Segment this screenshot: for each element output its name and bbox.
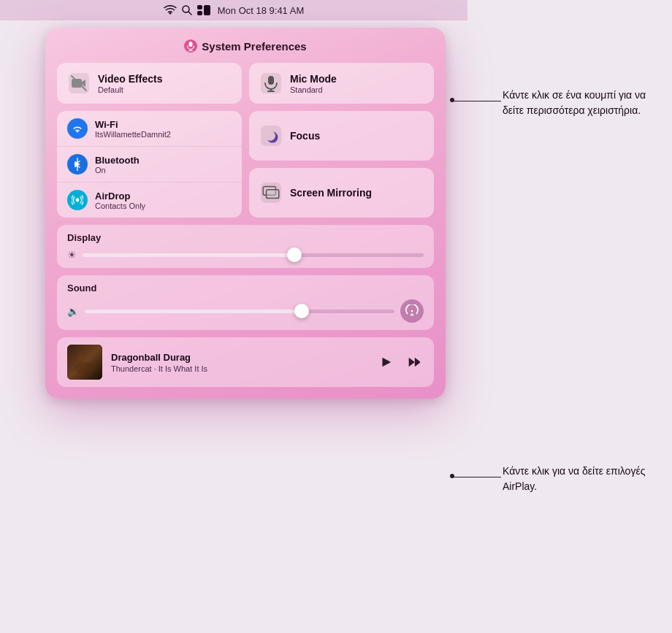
mic-mode-card[interactable]: Mic Mode Standard — [249, 63, 434, 104]
display-slider-fill — [83, 253, 294, 257]
media-controls — [375, 352, 424, 372]
sound-section: Sound 🔉 — [57, 275, 434, 330]
callout-2-line — [451, 477, 501, 477]
sound-slider-thumb[interactable] — [294, 304, 309, 318]
system-prefs-icon — [184, 39, 197, 53]
svg-point-22 — [411, 310, 413, 312]
album-art — [67, 345, 102, 380]
display-slider-row: ☀ — [67, 249, 424, 261]
svg-rect-3 — [197, 11, 202, 15]
video-effects-icon — [67, 72, 91, 95]
video-effects-label: Video Effects — [98, 73, 162, 85]
track-artist: Thundercat · It Is What It Is — [111, 364, 367, 373]
screen-mirroring-icon — [259, 181, 283, 204]
now-playing-text: Dragonball Durag Thundercat · It Is What… — [111, 352, 367, 373]
display-label: Display — [67, 232, 424, 243]
track-title: Dragonball Durag — [111, 352, 367, 363]
callout-1: Κάντε κλικ σε ένα κουμπί για να δείτε πε… — [503, 88, 649, 118]
callout-1-line — [451, 101, 501, 101]
svg-line-1 — [188, 12, 191, 15]
focus-label: Focus — [290, 130, 320, 142]
svg-rect-4 — [204, 5, 210, 15]
svg-point-17 — [76, 199, 80, 202]
menubar: Mon Oct 18 9:41 AM — [0, 0, 467, 20]
right-stack: Focus Screen Mirroring — [249, 111, 434, 218]
bluetooth-sub: On — [95, 166, 140, 174]
sound-label: Sound — [67, 283, 424, 294]
svg-rect-13 — [268, 76, 274, 85]
screen-mirroring-label: Screen Mirroring — [290, 187, 372, 199]
airdrop-icon — [67, 190, 88, 210]
airdrop-sub: Contacts Only — [95, 202, 145, 210]
control-center-panel: System Preferences Video Effects Default — [45, 28, 446, 399]
airdrop-label: AirDrop — [95, 191, 145, 202]
sound-slider[interactable] — [85, 310, 394, 313]
wifi-item[interactable]: Wi-Fi ItsWillametteDamnit2 — [57, 111, 242, 147]
connectivity-group: Wi-Fi ItsWillametteDamnit2 Bluetooth On — [57, 111, 242, 218]
wifi-label: Wi-Fi — [95, 119, 171, 130]
brightness-icon: ☀ — [67, 249, 77, 261]
top-row: Video Effects Default Mic Mode Standard — [57, 63, 434, 104]
control-center-icon[interactable] — [197, 5, 210, 15]
mid-row: Wi-Fi ItsWillametteDamnit2 Bluetooth On — [57, 111, 434, 218]
mic-mode-label: Mic Mode — [290, 73, 337, 85]
bluetooth-item[interactable]: Bluetooth On — [57, 147, 242, 183]
panel-title: System Preferences — [57, 39, 434, 53]
display-slider-thumb[interactable] — [287, 248, 302, 262]
sound-slider-row: 🔉 — [67, 299, 424, 323]
airdrop-item[interactable]: AirDrop Contacts Only — [57, 183, 242, 218]
wifi-item-icon — [67, 118, 88, 139]
svg-point-24 — [75, 362, 95, 374]
svg-rect-21 — [267, 190, 279, 199]
callout-2-dot — [450, 474, 454, 478]
svg-rect-6 — [189, 42, 193, 47]
display-section: Display ☀ — [57, 225, 434, 268]
wifi-sub: ItsWillametteDamnit2 — [95, 130, 171, 139]
mic-mode-sub: Standard — [290, 85, 337, 94]
video-effects-card[interactable]: Video Effects Default — [57, 63, 242, 104]
svg-point-25 — [78, 354, 85, 361]
now-playing-card: Dragonball Durag Thundercat · It Is What… — [57, 337, 434, 387]
bluetooth-icon — [67, 154, 88, 174]
search-icon[interactable] — [181, 4, 193, 16]
airplay-button[interactable] — [400, 299, 424, 323]
mic-mode-icon — [259, 72, 283, 95]
callout-2-text: Κάντε κλικ για να δείτε επιλογές AirPlay… — [503, 464, 649, 494]
callout-2: Κάντε κλικ για να δείτε επιλογές AirPlay… — [503, 464, 649, 494]
volume-icon: 🔉 — [67, 306, 79, 317]
focus-card[interactable]: Focus — [249, 111, 434, 161]
screen-mirroring-card[interactable]: Screen Mirroring — [249, 168, 434, 218]
focus-icon — [259, 124, 283, 147]
menubar-datetime: Mon Oct 18 9:41 AM — [218, 5, 305, 16]
bluetooth-label: Bluetooth — [95, 155, 140, 166]
svg-rect-18 — [261, 126, 281, 146]
callout-1-dot — [450, 98, 454, 102]
skip-forward-button[interactable] — [403, 352, 424, 372]
callout-1-text: Κάντε κλικ σε ένα κουμπί για να δείτε πε… — [503, 88, 649, 118]
video-effects-sub: Default — [98, 85, 162, 94]
sound-slider-fill — [85, 310, 302, 313]
svg-rect-2 — [197, 5, 202, 9]
play-button[interactable] — [375, 352, 396, 372]
wifi-icon[interactable] — [164, 5, 177, 15]
display-slider[interactable] — [83, 253, 424, 257]
